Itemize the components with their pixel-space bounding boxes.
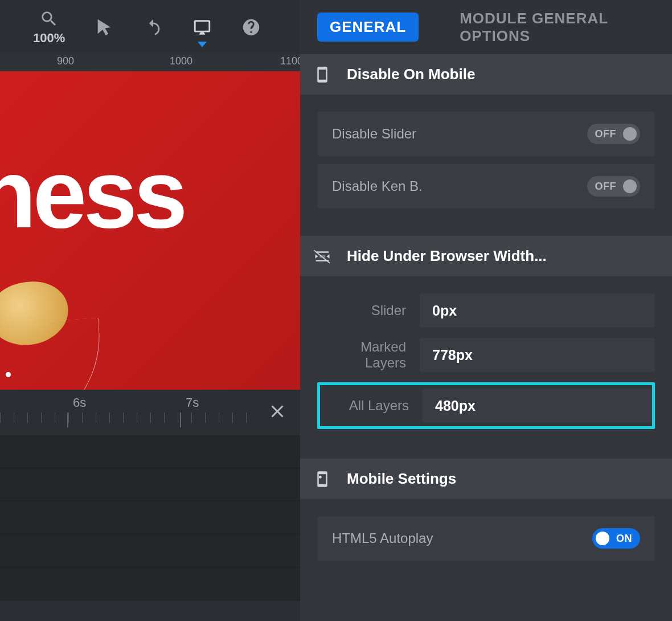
tab-general[interactable]: GENERAL xyxy=(317,13,419,42)
section-title: Disable On Mobile xyxy=(347,66,475,83)
svg-point-0 xyxy=(319,475,322,478)
mobile-settings-icon xyxy=(314,471,331,488)
zoom-tool[interactable]: 100% xyxy=(33,9,65,46)
motion-path-handle[interactable] xyxy=(6,372,11,377)
toggle-knob xyxy=(623,179,637,193)
timeline-row[interactable] xyxy=(0,567,300,600)
mobile-disable-icon xyxy=(314,66,331,83)
input-all-layers-width[interactable]: 480px xyxy=(423,389,652,423)
timeline-tick-major xyxy=(180,412,181,427)
timeline-close-button[interactable] xyxy=(267,401,288,425)
section-body-hide-under-width: Slider 0px Marked Layers 778px All Layer… xyxy=(300,276,672,459)
device-preview-tool[interactable] xyxy=(192,18,212,37)
timeline-row[interactable] xyxy=(0,435,300,468)
option-html5-autoplay: HTML5 Autoplay ON xyxy=(317,516,655,561)
slide-text-layer[interactable]: ness xyxy=(0,145,184,242)
toggle-value: OFF xyxy=(595,128,617,140)
close-icon xyxy=(267,401,288,422)
undo-icon xyxy=(144,18,163,37)
option-disable-ken-burns: Disable Ken B. OFF xyxy=(317,164,655,209)
timeline-row[interactable] xyxy=(0,534,300,567)
pointer-tool[interactable] xyxy=(95,18,114,37)
tab-module-general-options[interactable]: MODULE GENERAL OPTIONS xyxy=(447,4,649,51)
option-label: HTML5 Autoplay xyxy=(332,530,433,546)
undo-tool[interactable] xyxy=(144,18,163,37)
field-slider-width: Slider 0px xyxy=(317,293,655,328)
section-body-mobile-settings: HTML5 Autoplay ON xyxy=(300,499,672,588)
section-body-disable-on-mobile: Disable Slider OFF Disable Ken B. OFF xyxy=(300,95,672,236)
option-disable-slider: Disable Slider OFF xyxy=(317,112,655,156)
timeline-rows xyxy=(0,435,300,600)
field-label: Slider xyxy=(317,303,420,318)
section-header-disable-on-mobile[interactable]: Disable On Mobile xyxy=(300,54,672,95)
cursor-icon xyxy=(95,18,114,37)
motion-path[interactable] xyxy=(0,318,106,390)
field-all-layers-width: All Layers 480px xyxy=(317,382,655,429)
toggle-knob xyxy=(596,532,609,545)
hide-width-icon xyxy=(314,248,331,265)
panel-tabs: GENERAL MODULE GENERAL OPTIONS xyxy=(300,0,672,54)
toggle-disable-ken-burns[interactable]: OFF xyxy=(587,176,641,197)
canvas-toolbar: 100% xyxy=(0,0,300,54)
input-marked-layers-width[interactable]: 778px xyxy=(420,338,655,372)
magnifier-icon xyxy=(39,9,59,28)
section-title: Hide Under Browser Width... xyxy=(347,247,547,265)
toggle-value: ON xyxy=(616,533,632,545)
section-header-hide-under-width[interactable]: Hide Under Browser Width... xyxy=(300,236,672,276)
ruler-mark: 1100 xyxy=(280,55,300,67)
input-slider-width[interactable]: 0px xyxy=(420,293,655,328)
option-label: Disable Slider xyxy=(332,126,416,142)
timeline-row[interactable] xyxy=(0,501,300,534)
canvas-viewport[interactable]: ness xyxy=(0,71,300,390)
field-label: All Layers xyxy=(320,398,423,414)
toggle-value: OFF xyxy=(595,181,617,193)
toggle-html5-autoplay[interactable]: ON xyxy=(592,528,640,549)
slide-canvas[interactable]: ness xyxy=(0,71,300,390)
timeline-tick-major xyxy=(67,412,68,427)
ruler-mark: 1000 xyxy=(170,55,192,67)
timeline-row[interactable] xyxy=(0,468,300,501)
canvas-ruler: 900 1000 1100 xyxy=(0,54,300,71)
option-label: Disable Ken B. xyxy=(332,178,423,194)
section-header-mobile-settings[interactable]: Mobile Settings xyxy=(300,459,672,499)
desktop-icon xyxy=(192,18,212,37)
timeline-label: 7s xyxy=(186,395,199,410)
zoom-level: 100% xyxy=(33,31,65,46)
field-label: Marked Layers xyxy=(317,339,420,371)
toggle-knob xyxy=(623,127,637,141)
timeline-ticks xyxy=(0,412,249,423)
ruler-mark: 900 xyxy=(57,55,74,67)
timeline-label: 6s xyxy=(73,395,86,410)
toggle-disable-slider[interactable]: OFF xyxy=(587,124,641,144)
help-icon xyxy=(241,18,261,37)
timeline-ruler[interactable]: 6s 7s xyxy=(0,390,300,435)
help-tool[interactable] xyxy=(241,18,261,37)
field-marked-layers-width: Marked Layers 778px xyxy=(317,338,655,372)
section-title: Mobile Settings xyxy=(347,470,456,488)
